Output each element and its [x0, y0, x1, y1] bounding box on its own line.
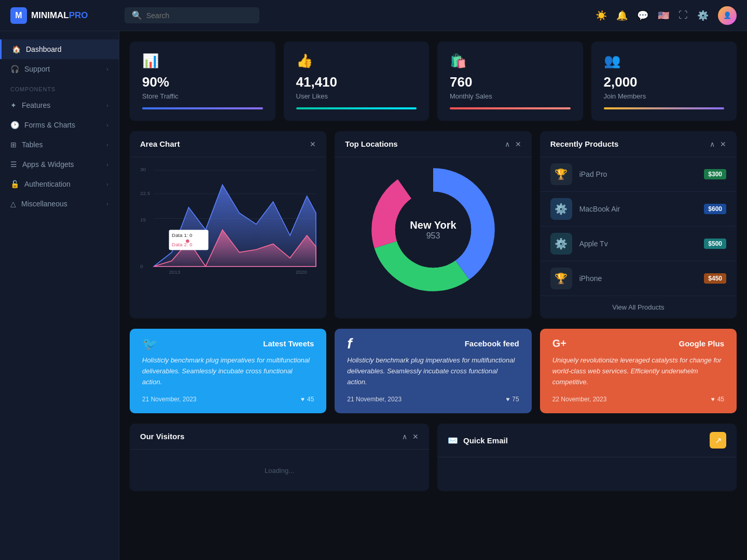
- chevron-icon: ›: [106, 122, 108, 128]
- area-chart-title: Area Chart: [140, 139, 180, 148]
- products-close-btn[interactable]: ✕: [720, 140, 726, 148]
- fullscreen-icon[interactable]: ⛶: [679, 10, 688, 21]
- traffic-icon: 📊: [142, 53, 263, 69]
- sales-label: Monthly Sales: [450, 92, 571, 100]
- settings-icon[interactable]: ⚙️: [697, 10, 709, 21]
- bottom-row: Our Visitors ∧ ✕ Loading... ✉️ Quick Ema…: [130, 424, 737, 491]
- product-img-iphone: 🏆: [550, 268, 572, 289]
- sidebar-item-support[interactable]: 🎧 Support ›: [0, 59, 119, 79]
- flag-icon[interactable]: 🇺🇸: [658, 10, 669, 21]
- top-locations-body: New York 953: [335, 157, 531, 302]
- google-header: G+ Google Plus: [552, 339, 724, 348]
- product-price-macbook: $600: [704, 204, 726, 214]
- recently-products-header: Recently Products ∧ ✕: [540, 131, 737, 157]
- product-name-iphone: iPhone: [579, 274, 697, 283]
- recently-products-card: Recently Products ∧ ✕ 🏆 iPad Pro $300 ⚙️…: [540, 131, 737, 318]
- recently-products-title: Recently Products: [550, 139, 619, 148]
- top-locations-controls: ∧ ✕: [505, 140, 521, 148]
- chevron-icon: ›: [106, 201, 108, 207]
- our-visitors-header: Our Visitors ∧ ✕: [130, 424, 429, 450]
- svg-text:22.5: 22.5: [140, 190, 150, 196]
- chevron-icon: ›: [106, 161, 108, 167]
- search-bar[interactable]: 🔍: [125, 7, 259, 23]
- chat-icon[interactable]: 💬: [637, 10, 648, 21]
- area-chart-body: 30 22.5 15 0: [130, 157, 326, 282]
- quick-email-send-btn[interactable]: ↗: [710, 432, 726, 449]
- google-title: Google Plus: [679, 339, 724, 348]
- top-locations-title: Top Locations: [345, 139, 397, 148]
- members-label: Join Members: [604, 92, 725, 100]
- traffic-bar: [142, 107, 263, 109]
- area-chart-card: Area Chart ✕ 30 22.5 15 0: [130, 131, 326, 318]
- chevron-icon: ›: [106, 181, 108, 187]
- our-visitors-controls: ∧ ✕: [402, 432, 419, 441]
- top-locations-close-btn[interactable]: ✕: [515, 140, 521, 148]
- visitors-collapse-btn[interactable]: ∧: [402, 432, 407, 441]
- sidebar-item-dashboard[interactable]: 🏠 Dashboard: [0, 39, 119, 59]
- sidebar-item-miscellaneous[interactable]: △ Miscellaneous ›: [0, 194, 119, 214]
- products-collapse-btn[interactable]: ∧: [710, 140, 715, 148]
- google-likes-count: 45: [717, 396, 724, 403]
- twitter-logo-icon: 🐦: [142, 337, 158, 351]
- logo: M MINIMALPRO: [10, 7, 125, 24]
- facebook-date: 21 November, 2023: [347, 396, 402, 403]
- pie-city: New York: [410, 219, 456, 231]
- navbar: M MINIMALPRO 🔍 ☀️ 🔔 💬 🇺🇸 ⛶ ⚙️ 👤: [0, 0, 747, 31]
- list-item: 🏆 iPhone $450: [540, 261, 737, 296]
- auth-icon: 🔓: [10, 180, 19, 188]
- quick-email-card: ✉️ Quick Email ↗: [437, 424, 737, 491]
- svg-text:2013: 2013: [169, 269, 181, 275]
- support-icon: 🎧: [10, 65, 19, 73]
- google-card: G+ Google Plus Uniquely revolutionize le…: [540, 329, 737, 413]
- sidebar: 🏠 Dashboard 🎧 Support › Components ✦ Fea…: [0, 31, 119, 560]
- home-icon: 🏠: [12, 45, 21, 53]
- stat-card-sales: 🛍️ 760 Monthly Sales: [437, 41, 583, 121]
- view-all-products-btn[interactable]: View All Products: [540, 296, 737, 318]
- product-price-iphone: $450: [704, 273, 726, 284]
- sidebar-item-apps-widgets[interactable]: ☰ Apps & Widgets ›: [0, 155, 119, 174]
- our-visitors-title: Our Visitors: [140, 432, 185, 441]
- product-img-ipad: 🏆: [550, 163, 572, 185]
- svg-text:2020: 2020: [296, 269, 307, 275]
- envelope-icon: ✉️: [448, 436, 458, 445]
- list-item: 🏆 iPad Pro $300: [540, 157, 737, 192]
- product-price-appletv: $500: [704, 239, 726, 249]
- avatar[interactable]: 👤: [718, 6, 737, 25]
- stats-row: 📊 90% Store Traffic 👍 41,410 User Likes …: [130, 41, 737, 121]
- sidebar-forms-label: Forms & Charts: [24, 121, 75, 129]
- quick-email-title: Quick Email: [463, 436, 508, 445]
- quick-email-header: ✉️ Quick Email ↗: [437, 424, 737, 457]
- bell-icon[interactable]: 🔔: [616, 10, 628, 21]
- theme-toggle-icon[interactable]: ☀️: [596, 10, 607, 21]
- google-text: Uniquely revolutionize leveraged catalys…: [552, 355, 724, 387]
- product-name-ipad: iPad Pro: [579, 170, 697, 178]
- visitors-close-btn[interactable]: ✕: [412, 432, 419, 441]
- pie-label: New York 953: [410, 219, 456, 241]
- social-row: 🐦 Latest Tweets Holisticly benchmark plu…: [130, 329, 737, 413]
- twitter-header: 🐦 Latest Tweets: [142, 339, 314, 348]
- sidebar-item-forms-charts[interactable]: 🕐 Forms & Charts ›: [0, 115, 119, 135]
- likes-label: User Likes: [296, 92, 417, 100]
- sidebar-tables-label: Tables: [22, 141, 43, 149]
- search-input[interactable]: [146, 11, 252, 20]
- facebook-logo-icon: f: [347, 335, 352, 352]
- product-price-ipad: $300: [704, 169, 726, 179]
- list-item: ⚙️ MacBook Air $600: [540, 192, 737, 227]
- sidebar-auth-label: Authentication: [24, 180, 71, 188]
- pie-chart: New York 953: [371, 167, 495, 292]
- sidebar-item-tables[interactable]: ⊞ Tables ›: [0, 135, 119, 155]
- sidebar-item-authentication[interactable]: 🔓 Authentication ›: [0, 174, 119, 194]
- area-chart-close-btn[interactable]: ✕: [310, 140, 316, 148]
- likes-bar: [296, 107, 417, 109]
- sidebar-item-features[interactable]: ✦ Features ›: [0, 95, 119, 115]
- layout: 🏠 Dashboard 🎧 Support › Components ✦ Fea…: [0, 31, 747, 560]
- sidebar-dashboard-label: Dashboard: [26, 45, 62, 53]
- heart-icon: ♥: [301, 396, 305, 403]
- product-name-macbook: MacBook Air: [579, 205, 697, 213]
- sidebar-support-label: Support: [24, 65, 50, 73]
- facebook-header: f Facebook feed: [347, 339, 519, 348]
- apps-icon: ☰: [10, 160, 17, 169]
- pie-value: 953: [410, 231, 456, 241]
- features-icon: ✦: [10, 101, 17, 109]
- top-locations-collapse-btn[interactable]: ∧: [505, 140, 510, 148]
